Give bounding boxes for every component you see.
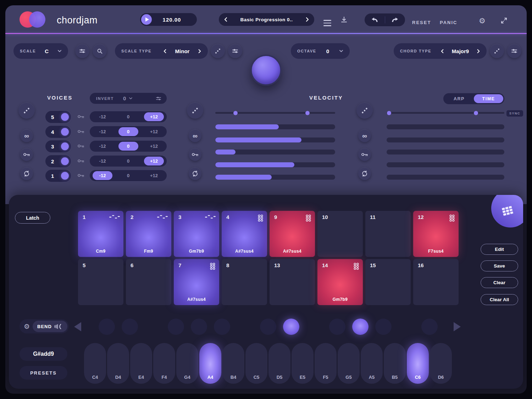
redo-button[interactable] — [385, 13, 405, 26]
velocity-lock-button[interactable] — [189, 148, 201, 161]
preset-next-button[interactable] — [305, 17, 309, 22]
pad-15[interactable]: 15 — [365, 259, 411, 305]
clear-button[interactable]: Clear — [481, 277, 518, 288]
black-key-Fsharp5[interactable] — [329, 319, 345, 335]
opt-plus12[interactable]: +12 — [144, 171, 164, 180]
key-C5[interactable]: C5 — [245, 343, 267, 384]
pad-11[interactable]: 11 — [365, 211, 411, 257]
pad-9[interactable]: 9 A#7sus4 — [270, 211, 315, 257]
black-key-Asharp4[interactable] — [214, 319, 230, 335]
time-bar-2[interactable] — [387, 137, 504, 142]
tab-arp[interactable]: ARP — [444, 94, 474, 103]
opt-minus12[interactable]: -12 — [93, 127, 112, 136]
key-icon[interactable] — [77, 158, 84, 165]
scale-type-prev-button[interactable] — [163, 49, 167, 54]
key-A4[interactable]: A4 — [199, 343, 221, 384]
key-E5[interactable]: E5 — [292, 343, 314, 384]
voices-lock-button[interactable] — [20, 148, 33, 161]
resize-button[interactable] — [500, 17, 508, 25]
octave-right-arrow[interactable] — [454, 322, 461, 331]
opt-zero[interactable]: 0 — [118, 157, 138, 165]
voice-row-5[interactable]: 5 — [45, 111, 71, 123]
pad-14[interactable]: 14 Gm7b9 — [317, 259, 363, 305]
opt-plus12[interactable]: +12 — [144, 157, 164, 165]
chord-settings-button[interactable] — [507, 44, 521, 58]
opt-plus12[interactable]: +12 — [144, 112, 164, 121]
key-icon[interactable] — [77, 129, 84, 135]
scale-type-next-button[interactable] — [198, 49, 201, 54]
pad-5[interactable]: 5 — [78, 259, 123, 305]
voice-row-3[interactable]: 3 — [45, 140, 71, 152]
velocity-bar-2[interactable] — [215, 137, 335, 142]
sync-badge[interactable]: SYNC — [506, 110, 523, 117]
undo-button[interactable] — [365, 13, 385, 26]
scale-sliders-button[interactable] — [75, 44, 89, 58]
invert-sliders-button[interactable] — [155, 95, 162, 102]
time-infinity-button[interactable]: ∞ — [358, 129, 371, 142]
voices-random-button[interactable] — [18, 102, 35, 119]
opt-minus12[interactable]: -12 — [93, 142, 112, 151]
black-key-Gsharp5[interactable] — [352, 319, 368, 335]
key-C4[interactable]: C4 — [84, 343, 106, 384]
time-range-slider[interactable] — [387, 112, 504, 114]
velocity-bar-4[interactable] — [215, 162, 335, 167]
voice-on-toggle[interactable] — [61, 128, 69, 136]
pad-13[interactable]: 13 — [270, 259, 315, 305]
preset-prev-button[interactable] — [224, 17, 228, 22]
velocity-range-slider[interactable] — [215, 112, 335, 114]
black-key-Fsharp4[interactable] — [168, 319, 184, 335]
velocity-random-button[interactable] — [187, 102, 203, 119]
voice-row-1[interactable]: 1 — [45, 170, 71, 182]
pad-12[interactable]: 12 F7sus4 — [413, 211, 459, 257]
presets-button[interactable]: PRESETS — [20, 366, 67, 380]
voice-on-toggle[interactable] — [61, 113, 69, 121]
voices-reset-button[interactable] — [20, 167, 33, 180]
opt-zero[interactable]: 0 — [118, 142, 138, 151]
pad-3[interactable]: 3 Gm7b9 — [174, 211, 219, 257]
scale-detect-button[interactable] — [93, 44, 107, 58]
time-random-button[interactable] — [356, 102, 373, 119]
black-key-Csharp4[interactable] — [99, 319, 115, 335]
key-F4[interactable]: F4 — [153, 343, 175, 384]
key-D6[interactable]: D6 — [430, 343, 452, 384]
chord-type-next-button[interactable] — [476, 49, 480, 54]
key-F5[interactable]: F5 — [315, 343, 337, 384]
pad-7[interactable]: 7 A#7sus4 — [174, 259, 219, 305]
time-bar-1[interactable] — [387, 124, 504, 129]
opt-zero[interactable]: 0 — [118, 171, 138, 180]
scale-selector[interactable]: SCALE C — [13, 43, 68, 59]
opt-minus12[interactable]: -12 — [93, 171, 112, 180]
velocity-range-handle-high[interactable] — [305, 111, 310, 115]
pad-10[interactable]: 10 — [317, 211, 363, 257]
key-icon[interactable] — [77, 173, 84, 179]
pad-2[interactable]: 2 Fm9 — [126, 211, 171, 257]
voice-row-2[interactable]: 2 — [45, 155, 71, 167]
bpm-display[interactable]: 120.00 — [152, 17, 192, 23]
tab-time[interactable]: TIME — [474, 94, 503, 103]
key-B4[interactable]: B4 — [222, 343, 244, 384]
download-button[interactable] — [340, 16, 348, 25]
pad-16[interactable]: 16 — [413, 259, 459, 305]
voice-on-toggle[interactable] — [61, 157, 69, 165]
opt-minus12[interactable]: -12 — [93, 157, 112, 165]
velocity-infinity-button[interactable]: ∞ — [189, 129, 201, 142]
scale-random-button[interactable] — [211, 44, 225, 58]
clear-all-button[interactable]: Clear All — [481, 294, 518, 305]
opt-minus12[interactable]: -12 — [93, 112, 112, 121]
key-D5[interactable]: D5 — [268, 343, 290, 384]
velocity-bar-5[interactable] — [215, 175, 335, 180]
velocity-reset-button[interactable] — [189, 167, 201, 180]
pad-6[interactable]: 6 — [126, 259, 171, 305]
panic-button[interactable]: PANIC — [440, 20, 457, 25]
time-range-handle-low[interactable] — [387, 111, 391, 115]
time-bar-4[interactable] — [387, 162, 504, 167]
time-bar-3[interactable] — [387, 150, 504, 154]
pad-4[interactable]: 4 A#7sus4 — [222, 211, 267, 257]
octave-left-arrow[interactable] — [74, 322, 81, 331]
pad-1[interactable]: 1 Cm9 — [78, 211, 123, 257]
grid-view-button[interactable] — [491, 195, 523, 227]
reset-button[interactable]: RESET — [412, 20, 431, 25]
bend-toggle[interactable]: BEND — [33, 321, 67, 332]
black-key-Dsharp5[interactable] — [283, 319, 299, 335]
latch-button[interactable]: Latch — [15, 212, 50, 224]
